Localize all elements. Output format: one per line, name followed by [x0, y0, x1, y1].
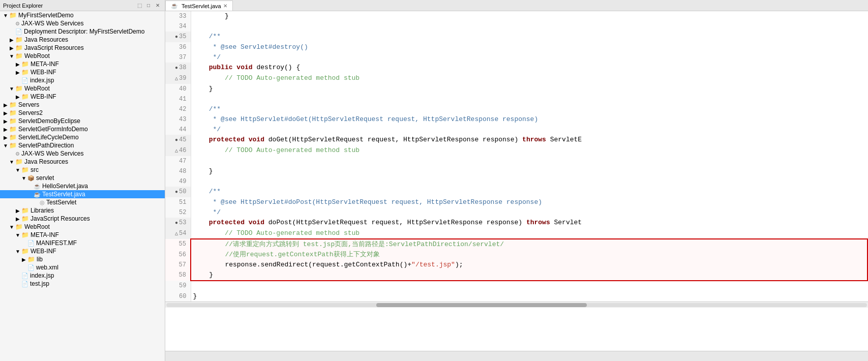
label-webinf2: WEB-INF: [31, 93, 56, 100]
editor-tabs: ☕ TestServlet.java ✕: [165, 0, 868, 11]
label-indexjsp3: index.jsp: [30, 272, 54, 279]
tree-item-metainf3[interactable]: ▼ 📁 META-INF: [0, 231, 165, 239]
line-number-55: 55: [165, 239, 191, 250]
table-row: △54 // TODO Auto-generated method stub: [165, 228, 867, 239]
marker-50: ●: [175, 187, 178, 197]
folder-icon4: 📁: [15, 52, 23, 59]
tab-close-icon[interactable]: ✕: [223, 3, 227, 9]
tree-item-servlet-pkg[interactable]: ▼ 📦 servlet: [0, 174, 165, 182]
file-icon6: 📄: [21, 281, 28, 287]
table-row: 37 */: [165, 52, 867, 63]
folder-icon11: 📁: [9, 117, 17, 125]
tree-item-webxml[interactable]: 📄 web.xml: [0, 263, 165, 272]
folder-icon17: 📁: [21, 207, 29, 214]
sidebar-title: Project Explorer: [3, 3, 43, 9]
arrow-webroot3: ▼: [8, 224, 15, 230]
tree-item-js-resources2[interactable]: ▶ 📁 JavaScript Resources: [0, 215, 165, 223]
folder-icon12: 📁: [9, 126, 17, 133]
tree-item-jaxws2[interactable]: ⚙ JAX-WS Web Services: [0, 149, 165, 158]
arrow-src: ▼: [14, 167, 21, 173]
arrow-metainf1: ▶: [14, 62, 21, 67]
scrollbar-thumb[interactable]: [376, 303, 586, 307]
marker-38: ●: [175, 63, 178, 73]
tree-item-servers[interactable]: ▶ 📁 Servers: [0, 101, 165, 109]
label-jaxws2: JAX-WS Web Services: [21, 150, 83, 157]
line-number-57: 57: [165, 260, 191, 270]
tree-item-webinf1[interactable]: ▶ 📁 WEB-INF: [0, 68, 165, 76]
table-row: 56 //使用request.getContextPath获得上下文对象: [165, 250, 867, 260]
line-number-51: 51: [165, 197, 191, 207]
table-row: ●50 /**: [165, 187, 867, 197]
label-testjsp: test.jsp: [30, 280, 49, 287]
horizontal-scrollbar[interactable]: [165, 302, 868, 308]
line-number-59: 59: [165, 281, 191, 291]
tree-item-libraries[interactable]: ▶ 📁 Libraries: [0, 206, 165, 215]
tree-item-servletgetform[interactable]: ▶ 📁 ServletGetFormInfoDemo: [0, 125, 165, 133]
status-bar: [165, 351, 868, 361]
tree-item-helloservlet[interactable]: ☕ HelloServlet.java: [0, 182, 165, 190]
tree-item-lib[interactable]: ▶ 📁 lib: [0, 255, 165, 263]
tree-item-jaxws[interactable]: ⚙ JAX-WS Web Services: [0, 19, 165, 27]
table-row: 55 //请求重定向方式跳转到 test.jsp页面,当前路径是:Servlet…: [165, 239, 867, 250]
label-manifest: MANIFEST.MF: [36, 239, 77, 247]
line-content-46: // TODO Auto-generated method stub: [191, 145, 867, 156]
tree-item-java-resources[interactable]: ▶ 📁 Java Resources: [0, 36, 165, 44]
tree-item-testjsp[interactable]: 📄 test.jsp: [0, 280, 165, 288]
line-content-43: * @see HttpServlet#doGet(HttpServletRequ…: [191, 114, 867, 125]
tree-item-servers2[interactable]: ▶ 📁 Servers2: [0, 109, 165, 117]
arrow-webinf3: ▼: [14, 249, 21, 254]
tree-item-webroot3[interactable]: ▼ 📁 WebRoot: [0, 223, 165, 231]
minimize-icon[interactable]: ⬚: [135, 2, 143, 10]
tree-item-webinf3[interactable]: ▼ 📁 WEB-INF: [0, 247, 165, 255]
tree-item-testservlet-class[interactable]: ◎ TestServlet: [0, 198, 165, 206]
line-number-37: 37: [165, 52, 191, 63]
arrow-js-resources2: ▶: [14, 216, 21, 222]
line-number-40: 40: [165, 84, 191, 94]
main-container: Project Explorer ⬚ □ ✕ ▼ 📁 MyFirstServle…: [0, 0, 868, 361]
arrow-servletdemo: ▶: [2, 118, 9, 124]
line-number-34: 34: [165, 21, 191, 32]
tab-testservlet[interactable]: ☕ TestServlet.java ✕: [165, 1, 233, 11]
tree-item-indexjsp1[interactable]: 📄 index.jsp: [0, 76, 165, 84]
tree-item-servletlifecycle[interactable]: ▶ 📁 ServletLifeCycleDemo: [0, 133, 165, 141]
line-number-42: 42: [165, 104, 191, 114]
tree-item-webroot2[interactable]: ▼ 📁 WebRoot: [0, 84, 165, 93]
line-content-49: [191, 176, 867, 187]
code-editor[interactable]: 33 } 34 ●35 /**: [165, 11, 868, 351]
label-webroot3: WebRoot: [24, 223, 50, 230]
folder-icon10: 📁: [9, 109, 17, 116]
tree-item-metainf1[interactable]: ▶ 📁 META-INF: [0, 60, 165, 68]
table-row: ●38 public void destroy() {: [165, 63, 867, 73]
table-row: 52 */: [165, 207, 867, 218]
tree-item-src[interactable]: ▼ 📁 src: [0, 166, 165, 174]
line-content-54: // TODO Auto-generated method stub: [191, 228, 867, 239]
tree-item-testservlet[interactable]: ☕ TestServlet.java: [0, 190, 165, 198]
file-icon3: 📄: [27, 240, 35, 247]
tree-item-myfirstservletdemo[interactable]: ▼ 📁 MyFirstServletDemo: [0, 11, 165, 19]
scrollbar-track: [166, 303, 867, 307]
label-js-resources2: JavaScript Resources: [31, 215, 90, 222]
tree-item-webroot1[interactable]: ▼ 📁 WebRoot: [0, 52, 165, 60]
folder-icon16: 📁: [21, 166, 29, 173]
arrow-java-resources: ▶: [8, 37, 15, 43]
tree-item-servletpathdirection[interactable]: ▼ 📁 ServletPathDirection: [0, 141, 165, 149]
tree-item-webinf2[interactable]: ▶ 📁 WEB-INF: [0, 93, 165, 101]
tree-view: ▼ 📁 MyFirstServletDemo ⚙ JAX-WS Web Serv…: [0, 11, 165, 361]
tree-item-indexjsp3[interactable]: 📄 index.jsp: [0, 272, 165, 280]
arrow-webroot2: ▼: [8, 86, 15, 92]
tree-item-js-resources[interactable]: ▶ 📁 JavaScript Resources: [0, 44, 165, 52]
tree-item-manifest[interactable]: 📄 MANIFEST.MF: [0, 239, 165, 247]
line-number-35: ●35: [165, 32, 191, 42]
tree-item-servletdemo[interactable]: ▶ 📁 ServletDemoByEclipse: [0, 117, 165, 125]
maximize-icon[interactable]: □: [144, 2, 153, 10]
tree-item-java-resources2[interactable]: ▼ 📁 Java Resources: [0, 158, 165, 166]
line-content-52: */: [191, 207, 867, 218]
close-sidebar-icon[interactable]: ✕: [154, 2, 162, 10]
line-number-60: 60: [165, 291, 191, 302]
folder-icon21: 📁: [21, 248, 29, 255]
tree-item-deployment[interactable]: 📄 Deployment Descriptor: MyFirstServletD…: [0, 27, 165, 36]
label-servletpathdirection: ServletPathDirection: [18, 142, 74, 149]
table-row: 36 * @see Servlet#destroy(): [165, 42, 867, 52]
label-deployment: Deployment Descriptor: MyFirstServletDem…: [24, 28, 144, 35]
table-row: 60 }: [165, 291, 867, 302]
